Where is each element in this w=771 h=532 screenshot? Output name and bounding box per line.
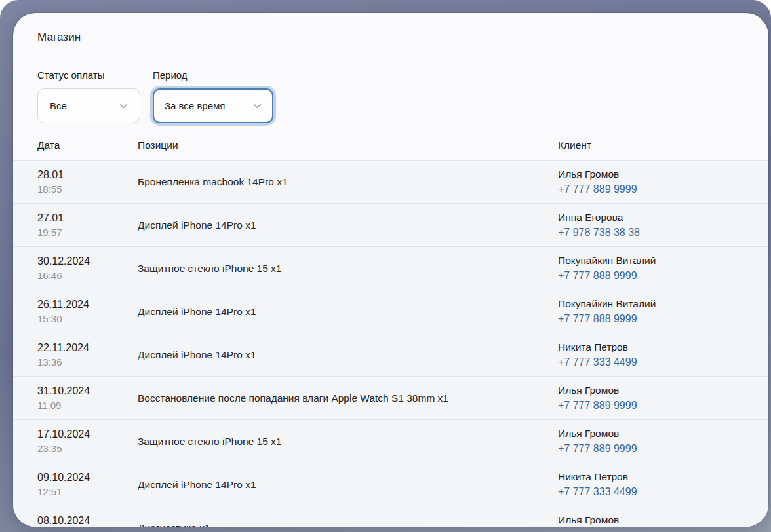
- order-date-cell: 30.12.2024 16:46: [37, 254, 138, 282]
- client-name: Никита Петров: [558, 340, 744, 354]
- client-phone-link[interactable]: +7 978 738 38 38: [558, 225, 640, 240]
- client-name: Инна Егорова: [558, 210, 744, 225]
- order-date-cell: 28.01 18:55: [37, 168, 138, 196]
- order-date-cell: 26.11.2024 15:30: [37, 297, 138, 326]
- order-client-cell: Илья Громов +7 777 889 9999: [558, 383, 744, 413]
- order-date: 31.10.2024: [37, 384, 138, 398]
- order-items: Дисплей iPhone 14Pro x1: [138, 306, 558, 318]
- table-row[interactable]: 31.10.2024 11:09 Восстановление после по…: [13, 376, 768, 419]
- column-header-items: Позиции: [138, 140, 558, 151]
- payment-status-label: Статус оплаты: [37, 69, 140, 81]
- client-phone-link[interactable]: +7 777 889 9999: [558, 398, 637, 413]
- order-items: Дисплей iPhone 14Pro x1: [138, 349, 558, 361]
- table-row[interactable]: 08.10.2024 15:44 Диагностика x1 Илья Гро…: [13, 506, 768, 527]
- filters-bar: Статус оплаты Все Период За все время: [37, 69, 744, 123]
- order-items: Диагностика x1: [138, 522, 558, 527]
- order-date: 27.01: [37, 211, 138, 225]
- order-time: 16:46: [37, 269, 138, 282]
- order-items: Бронепленка macbook 14Pro x1: [138, 176, 558, 188]
- order-client-cell: Илья Громов +7 777 889 9999: [558, 167, 744, 197]
- order-client-cell: Покупайкин Виталий +7 777 888 9999: [558, 254, 744, 283]
- order-time: 18:55: [37, 182, 138, 196]
- order-date-cell: 22.11.2024 13:36: [37, 341, 138, 369]
- order-date: 30.12.2024: [37, 254, 138, 269]
- order-date-cell: 31.10.2024 11:09: [37, 384, 138, 412]
- order-date: 22.11.2024: [37, 341, 138, 355]
- order-date: 26.11.2024: [37, 297, 138, 312]
- period-value: За все время: [165, 100, 225, 111]
- order-date-cell: 08.10.2024 15:44: [37, 514, 138, 527]
- order-date: 28.01: [37, 168, 138, 182]
- page-title: Магазин: [37, 31, 744, 44]
- order-client-cell: Инна Егорова +7 978 738 38 38: [558, 210, 744, 240]
- table-row[interactable]: 09.10.2024 12:51 Дисплей iPhone 14Pro x1…: [13, 463, 768, 506]
- order-client-cell: Илья Громов +7 777 889 9999: [558, 427, 744, 456]
- shop-panel: Магазин Статус оплаты Все Период За все …: [13, 13, 768, 527]
- order-items: Дисплей iPhone 14Pro x1: [138, 219, 558, 231]
- table-row[interactable]: 17.10.2024 23:35 Защитное стекло iPhone …: [13, 419, 768, 463]
- client-phone-link[interactable]: +7 777 888 9999: [558, 268, 637, 283]
- order-date-cell: 27.01 19:57: [37, 211, 138, 239]
- order-client-cell: Никита Петров +7 777 333 4499: [558, 340, 744, 370]
- order-items: Защитное стекло iPhone 15 x1: [138, 263, 558, 275]
- column-header-client: Клиент: [558, 140, 744, 151]
- period-filter: Период За все время: [153, 69, 273, 123]
- client-phone-link[interactable]: +7 777 888 9999: [558, 311, 637, 326]
- chevron-down-icon: [252, 101, 262, 111]
- order-items: Защитное стекло iPhone 15 x1: [138, 436, 558, 447]
- order-time: 11:09: [37, 398, 138, 412]
- client-phone-link[interactable]: +7 777 889 9999: [558, 441, 637, 456]
- order-time: 13:36: [37, 355, 138, 369]
- order-time: 19:57: [37, 225, 138, 239]
- client-name: Покупайкин Виталий: [558, 254, 744, 268]
- payment-status-filter: Статус оплаты Все: [37, 69, 140, 123]
- order-client-cell: Покупайкин Виталий +7 777 888 9999: [558, 297, 744, 326]
- table-row[interactable]: 30.12.2024 16:46 Защитное стекло iPhone …: [13, 246, 768, 290]
- period-select[interactable]: За все время: [153, 88, 273, 123]
- order-date: 08.10.2024: [37, 514, 138, 527]
- order-items: Дисплей iPhone 14Pro x1: [138, 479, 558, 491]
- column-header-date: Дата: [37, 140, 138, 151]
- client-phone-link[interactable]: +7 777 333 4499: [558, 484, 637, 499]
- client-name: Илья Громов: [558, 513, 744, 527]
- period-label: Период: [153, 69, 273, 81]
- order-client-cell: Илья Громов +7 777 889 9999: [558, 513, 744, 527]
- chevron-down-icon: [119, 101, 128, 111]
- client-name: Покупайкин Виталий: [558, 297, 744, 311]
- orders-table: Дата Позиции Клиент 28.01 18:55 Бронепле…: [37, 140, 744, 527]
- order-date: 09.10.2024: [37, 470, 138, 485]
- table-row[interactable]: 27.01 19:57 Дисплей iPhone 14Pro x1 Инна…: [13, 203, 768, 246]
- order-time: 15:30: [37, 312, 138, 326]
- table-row[interactable]: 28.01 18:55 Бронепленка macbook 14Pro x1…: [13, 160, 768, 203]
- order-client-cell: Никита Петров +7 777 333 4499: [558, 470, 744, 499]
- table-row[interactable]: 22.11.2024 13:36 Дисплей iPhone 14Pro x1…: [13, 333, 768, 376]
- order-time: 12:51: [37, 485, 138, 499]
- orders-table-header: Дата Позиции Клиент: [37, 140, 744, 160]
- payment-status-value: Все: [50, 100, 67, 111]
- order-date-cell: 09.10.2024 12:51: [37, 470, 138, 499]
- client-phone-link[interactable]: +7 777 333 4499: [558, 354, 637, 370]
- client-name: Илья Громов: [558, 383, 744, 398]
- order-date: 17.10.2024: [37, 427, 138, 442]
- table-row[interactable]: 26.11.2024 15:30 Дисплей iPhone 14Pro x1…: [13, 290, 768, 333]
- order-date-cell: 17.10.2024 23:35: [37, 427, 138, 455]
- order-time: 23:35: [37, 442, 138, 455]
- client-name: Илья Громов: [558, 167, 744, 181]
- client-name: Никита Петров: [558, 470, 744, 484]
- orders-table-body: 28.01 18:55 Бронепленка macbook 14Pro x1…: [13, 160, 768, 527]
- client-phone-link[interactable]: +7 777 889 9999: [558, 181, 637, 197]
- payment-status-select[interactable]: Все: [37, 88, 140, 123]
- client-name: Илья Громов: [558, 427, 744, 441]
- order-items: Восстановление после попадания влаги App…: [138, 392, 558, 404]
